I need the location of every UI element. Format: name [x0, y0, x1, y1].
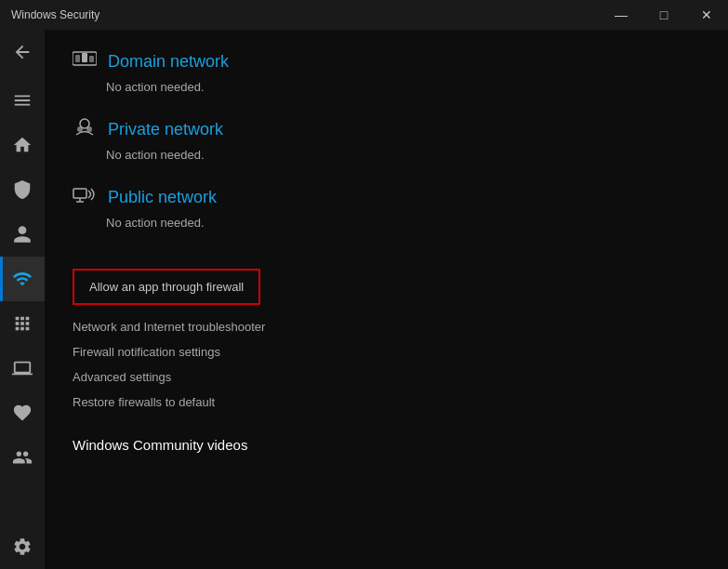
private-network-status: No action needed.: [106, 148, 700, 162]
close-button[interactable]: ✕: [685, 0, 728, 30]
sidebar-menu-button[interactable]: [0, 78, 45, 123]
svg-rect-3: [89, 56, 94, 62]
sidebar-back-button[interactable]: [0, 30, 45, 74]
sidebar-item-account[interactable]: [0, 212, 45, 257]
private-network-section: Private network No action needed.: [73, 116, 700, 162]
sidebar-item-virus[interactable]: [0, 167, 45, 212]
domain-network-title: Domain network: [108, 52, 229, 72]
domain-network-section: Domain network No action needed.: [73, 48, 700, 94]
titlebar: Windows Security — □ ✕: [0, 0, 728, 30]
allow-app-firewall-link[interactable]: Allow an app through firewall: [74, 274, 258, 299]
community-title: Windows Community videos: [73, 437, 247, 453]
public-network-title: Public network: [108, 188, 217, 207]
sidebar-item-device-security[interactable]: [0, 346, 45, 390]
notification-settings-link[interactable]: Firewall notification settings: [73, 339, 700, 364]
minimize-button[interactable]: —: [600, 0, 642, 30]
private-network-header: Private network: [73, 116, 700, 142]
svg-point-5: [77, 126, 83, 132]
sidebar-item-settings[interactable]: [0, 524, 45, 569]
public-network-header: Public network: [73, 184, 700, 210]
app-title: Windows Security: [11, 8, 99, 21]
app-container: Domain network No action needed. Private…: [0, 30, 728, 569]
domain-network-icon: [73, 48, 97, 74]
sidebar-item-family[interactable]: [0, 435, 45, 480]
public-network-icon: [73, 184, 97, 210]
restore-defaults-link[interactable]: Restore firewalls to default: [73, 390, 700, 415]
svg-rect-1: [75, 55, 80, 62]
quick-links-list: Network and Internet troubleshooter Fire…: [73, 314, 700, 415]
public-network-section: Public network No action needed.: [73, 184, 700, 230]
domain-network-header: Domain network: [73, 48, 700, 74]
advanced-settings-link[interactable]: Advanced settings: [73, 364, 700, 390]
community-section: Windows Community videos: [73, 437, 700, 454]
domain-network-status: No action needed.: [106, 80, 700, 94]
window-controls: — □ ✕: [600, 0, 728, 30]
sidebar-item-health[interactable]: [0, 390, 45, 435]
troubleshooter-link[interactable]: Network and Internet troubleshooter: [73, 314, 700, 339]
svg-rect-7: [73, 189, 86, 198]
maximize-button[interactable]: □: [642, 0, 685, 30]
private-network-title: Private network: [108, 120, 223, 139]
sidebar-item-app[interactable]: [0, 301, 45, 346]
sidebar-item-firewall[interactable]: [0, 257, 45, 301]
sidebar-item-home[interactable]: [0, 123, 45, 167]
allow-app-firewall-box: Allow an app through firewall: [73, 269, 260, 305]
main-content: Domain network No action needed. Private…: [45, 30, 728, 569]
svg-rect-2: [82, 53, 87, 62]
sidebar: [0, 30, 45, 569]
public-network-status: No action needed.: [106, 216, 700, 230]
svg-point-6: [86, 126, 92, 132]
private-network-icon: [73, 116, 97, 142]
